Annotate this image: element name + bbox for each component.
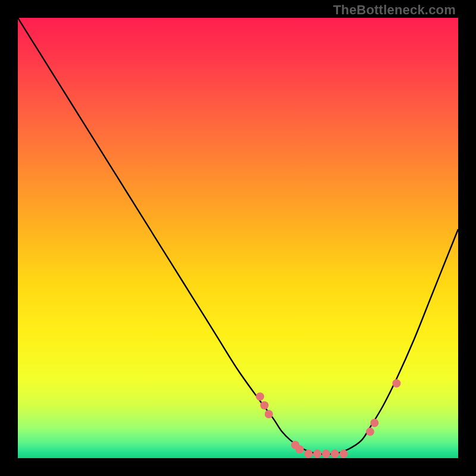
curve-marker — [331, 450, 339, 458]
watermark-text: TheBottleneck.com — [333, 2, 456, 18]
curve-marker — [392, 379, 400, 387]
curve-marker — [260, 401, 268, 409]
bottleneck-chart — [18, 18, 458, 458]
curve-marker — [296, 445, 304, 453]
curve-marker — [265, 410, 273, 418]
curve-marker — [366, 428, 374, 436]
curve-marker — [322, 450, 330, 458]
chart-background — [18, 18, 458, 458]
curve-marker — [304, 450, 312, 458]
curve-marker — [256, 392, 264, 400]
curve-marker — [370, 419, 378, 427]
curve-marker — [340, 450, 348, 458]
curve-marker — [313, 450, 321, 458]
chart-frame — [18, 18, 458, 458]
